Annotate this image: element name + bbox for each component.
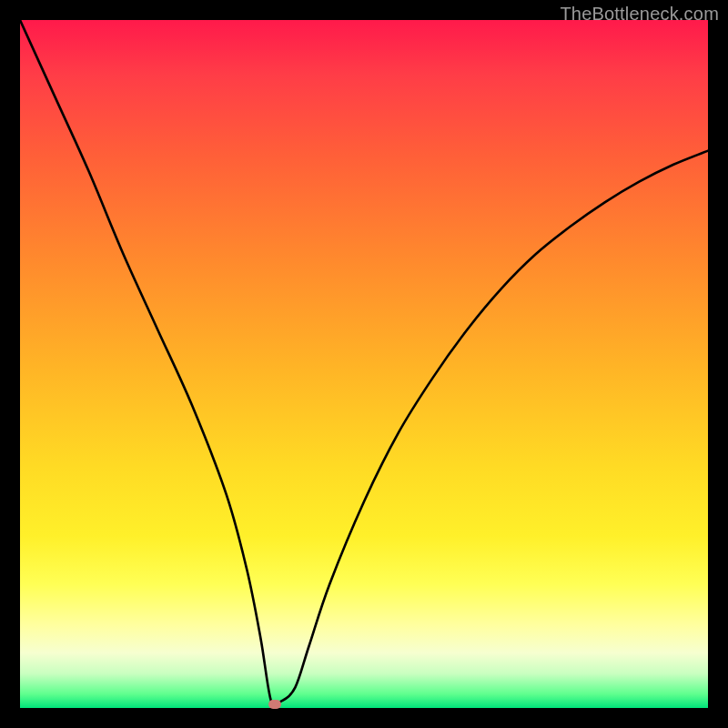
minimum-marker xyxy=(268,700,281,709)
chart-frame: TheBottleneck.com xyxy=(0,0,728,728)
curve-svg xyxy=(20,20,708,708)
bottleneck-curve xyxy=(20,20,708,706)
plot-area xyxy=(20,20,708,708)
